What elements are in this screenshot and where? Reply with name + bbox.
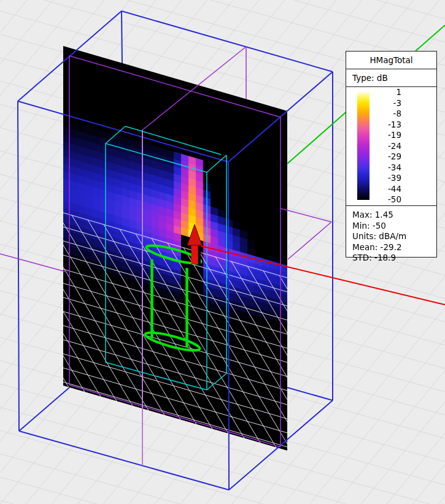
stat-min: Min: -50 xyxy=(352,221,436,232)
pml-box-wireframe xyxy=(0,47,331,465)
colorbar-tick-label: 1 xyxy=(373,87,401,97)
colorbar-scale-labels: 1-3-8-13-19-24-29-34-39-44-50 xyxy=(373,87,401,204)
colorbar-tick-label: -13 xyxy=(373,120,401,129)
stat-units: Units: dBA/m xyxy=(352,231,436,242)
colorbar-tick-label: -44 xyxy=(373,184,401,194)
colorbar-tick-label: -3 xyxy=(373,98,401,108)
legend-colorbar-section: 1-3-8-13-19-24-29-34-39-44-50 xyxy=(346,87,436,206)
stat-std: STD: -18.9 xyxy=(352,253,436,264)
colorbar-tick-label: -50 xyxy=(373,194,401,204)
colorbar-tick-label: -19 xyxy=(373,130,401,140)
legend-type-label: Type: dB xyxy=(346,69,436,87)
colorbar-tick-label: -39 xyxy=(373,173,401,183)
colorbar-tick-label: -8 xyxy=(373,109,401,118)
colorbar-tick-label: -34 xyxy=(373,162,401,172)
legend-title: HMagTotal xyxy=(346,52,436,69)
arrow-shaft xyxy=(192,244,198,264)
field-plot-legend: HMagTotal Type: dB 1-3-8-13-19-24-29-34-… xyxy=(346,51,437,258)
colorbar-gradient xyxy=(357,91,370,200)
excitation-arrow xyxy=(187,224,202,264)
3d-modeler-viewport[interactable]: HMagTotal Type: dB 1-3-8-13-19-24-29-34-… xyxy=(0,0,445,504)
colorbar-tick-label: -24 xyxy=(373,141,401,151)
legend-statistics: Max: 1.45 Min: -50 Units: dBA/m Mean: -2… xyxy=(346,206,436,264)
colorbar-tick-label: -29 xyxy=(373,151,401,161)
arrow-head xyxy=(187,224,202,245)
stat-max: Max: 1.45 xyxy=(352,210,436,221)
stat-mean: Mean: -29.2 xyxy=(352,242,436,253)
